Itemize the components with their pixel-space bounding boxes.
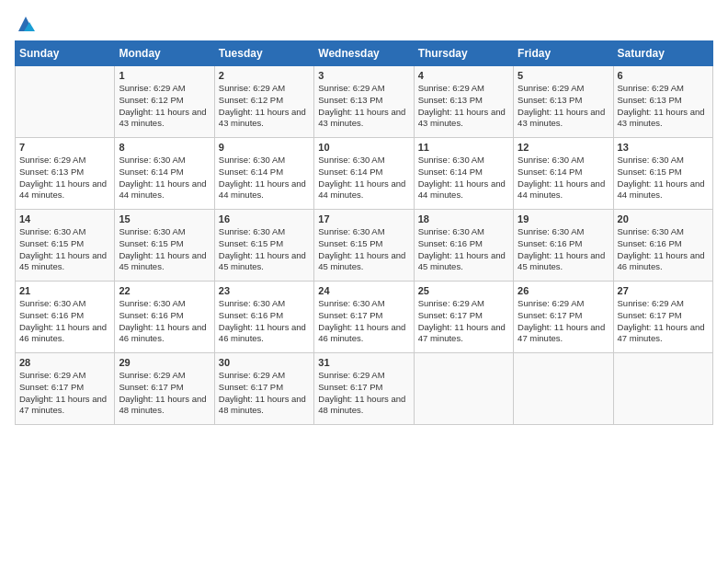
- calendar-cell: 7Sunrise: 6:29 AMSunset: 6:13 PMDaylight…: [16, 138, 115, 210]
- header-wednesday: Wednesday: [314, 41, 414, 66]
- day-number: 1: [119, 70, 210, 81]
- cell-info: Sunrise: 6:29 AMSunset: 6:17 PMDaylight:…: [119, 370, 210, 417]
- cell-info: Sunrise: 6:30 AMSunset: 6:15 PMDaylight:…: [318, 226, 409, 273]
- cell-info: Sunrise: 6:29 AMSunset: 6:13 PMDaylight:…: [618, 83, 709, 130]
- cell-info: Sunrise: 6:29 AMSunset: 6:17 PMDaylight:…: [418, 298, 509, 345]
- day-number: 27: [618, 285, 709, 296]
- calendar-cell: 25Sunrise: 6:29 AMSunset: 6:17 PMDayligh…: [414, 282, 513, 353]
- cell-info: Sunrise: 6:29 AMSunset: 6:13 PMDaylight:…: [518, 83, 609, 130]
- cell-info: Sunrise: 6:30 AMSunset: 6:14 PMDaylight:…: [518, 155, 609, 201]
- day-number: 29: [119, 357, 210, 368]
- cell-info: Sunrise: 6:30 AMSunset: 6:15 PMDaylight:…: [119, 226, 210, 273]
- cell-info: Sunrise: 6:30 AMSunset: 6:14 PMDaylight:…: [418, 155, 509, 201]
- day-number: 13: [618, 142, 709, 153]
- header-monday: Monday: [115, 41, 214, 66]
- cell-info: Sunrise: 6:30 AMSunset: 6:17 PMDaylight:…: [318, 298, 409, 345]
- cell-info: Sunrise: 6:30 AMSunset: 6:15 PMDaylight:…: [219, 226, 310, 273]
- calendar-cell: 6Sunrise: 6:29 AMSunset: 6:13 PMDaylight…: [613, 66, 712, 138]
- header-saturday: Saturday: [613, 41, 712, 66]
- cell-info: Sunrise: 6:29 AMSunset: 6:13 PMDaylight:…: [19, 155, 110, 201]
- day-number: 21: [19, 285, 110, 296]
- calendar-cell: 10Sunrise: 6:30 AMSunset: 6:14 PMDayligh…: [314, 138, 414, 210]
- calendar-cell: 3Sunrise: 6:29 AMSunset: 6:13 PMDaylight…: [314, 66, 414, 138]
- calendar-cell: 26Sunrise: 6:29 AMSunset: 6:17 PMDayligh…: [514, 282, 613, 353]
- calendar-cell: 18Sunrise: 6:30 AMSunset: 6:16 PMDayligh…: [414, 210, 513, 282]
- header-friday: Friday: [514, 41, 613, 66]
- day-number: 20: [618, 213, 709, 224]
- cell-info: Sunrise: 6:30 AMSunset: 6:16 PMDaylight:…: [219, 298, 310, 345]
- calendar-cell: 9Sunrise: 6:30 AMSunset: 6:14 PMDaylight…: [214, 138, 313, 210]
- day-number: 14: [19, 213, 110, 224]
- calendar-cell: 21Sunrise: 6:30 AMSunset: 6:16 PMDayligh…: [16, 282, 115, 353]
- cell-info: Sunrise: 6:30 AMSunset: 6:16 PMDaylight:…: [19, 298, 110, 345]
- day-number: 5: [518, 70, 609, 81]
- day-number: 30: [219, 357, 310, 368]
- day-number: 6: [618, 70, 709, 81]
- cell-info: Sunrise: 6:30 AMSunset: 6:16 PMDaylight:…: [119, 298, 210, 345]
- calendar-cell: [414, 353, 513, 425]
- calendar-cell: 31Sunrise: 6:29 AMSunset: 6:17 PMDayligh…: [314, 353, 414, 425]
- day-number: 11: [418, 142, 509, 153]
- day-number: 2: [219, 70, 310, 81]
- cell-info: Sunrise: 6:30 AMSunset: 6:14 PMDaylight:…: [318, 155, 409, 201]
- calendar-cell: 16Sunrise: 6:30 AMSunset: 6:15 PMDayligh…: [214, 210, 313, 282]
- day-number: 18: [418, 213, 509, 224]
- day-number: 23: [219, 285, 310, 296]
- day-number: 19: [518, 213, 609, 224]
- cell-info: Sunrise: 6:29 AMSunset: 6:13 PMDaylight:…: [418, 83, 509, 130]
- calendar-cell: [514, 353, 613, 425]
- cell-info: Sunrise: 6:30 AMSunset: 6:16 PMDaylight:…: [418, 226, 509, 273]
- logo-icon: [17, 15, 35, 33]
- cell-info: Sunrise: 6:30 AMSunset: 6:15 PMDaylight:…: [19, 226, 110, 273]
- day-number: 4: [418, 70, 509, 81]
- day-number: 15: [119, 213, 210, 224]
- cell-info: Sunrise: 6:30 AMSunset: 6:14 PMDaylight:…: [219, 155, 310, 201]
- calendar-cell: 29Sunrise: 6:29 AMSunset: 6:17 PMDayligh…: [115, 353, 214, 425]
- cell-info: Sunrise: 6:29 AMSunset: 6:17 PMDaylight:…: [318, 370, 409, 417]
- cell-info: Sunrise: 6:29 AMSunset: 6:17 PMDaylight:…: [618, 298, 709, 345]
- cell-info: Sunrise: 6:29 AMSunset: 6:17 PMDaylight:…: [518, 298, 609, 345]
- day-number: 3: [318, 70, 409, 81]
- calendar-cell: 17Sunrise: 6:30 AMSunset: 6:15 PMDayligh…: [314, 210, 414, 282]
- day-number: 24: [318, 285, 409, 296]
- calendar-cell: 14Sunrise: 6:30 AMSunset: 6:15 PMDayligh…: [16, 210, 115, 282]
- day-number: 7: [19, 142, 110, 153]
- calendar-cell: 27Sunrise: 6:29 AMSunset: 6:17 PMDayligh…: [613, 282, 712, 353]
- calendar-cell: [16, 66, 115, 138]
- day-number: 8: [119, 142, 210, 153]
- cell-info: Sunrise: 6:29 AMSunset: 6:13 PMDaylight:…: [318, 83, 409, 130]
- cell-info: Sunrise: 6:29 AMSunset: 6:12 PMDaylight:…: [219, 83, 310, 130]
- calendar-cell: 13Sunrise: 6:30 AMSunset: 6:15 PMDayligh…: [613, 138, 712, 210]
- day-number: 17: [318, 213, 409, 224]
- cell-info: Sunrise: 6:30 AMSunset: 6:14 PMDaylight:…: [119, 155, 210, 201]
- calendar-cell: 1Sunrise: 6:29 AMSunset: 6:12 PMDaylight…: [115, 66, 214, 138]
- header-sunday: Sunday: [16, 41, 115, 66]
- cell-info: Sunrise: 6:30 AMSunset: 6:15 PMDaylight:…: [618, 155, 709, 201]
- calendar-cell: 30Sunrise: 6:29 AMSunset: 6:17 PMDayligh…: [214, 353, 313, 425]
- calendar-cell: 15Sunrise: 6:30 AMSunset: 6:15 PMDayligh…: [115, 210, 214, 282]
- cell-info: Sunrise: 6:29 AMSunset: 6:17 PMDaylight:…: [219, 370, 310, 417]
- calendar-cell: 11Sunrise: 6:30 AMSunset: 6:14 PMDayligh…: [414, 138, 513, 210]
- calendar-cell: 8Sunrise: 6:30 AMSunset: 6:14 PMDaylight…: [115, 138, 214, 210]
- calendar-cell: 12Sunrise: 6:30 AMSunset: 6:14 PMDayligh…: [514, 138, 613, 210]
- calendar-cell: 4Sunrise: 6:29 AMSunset: 6:13 PMDaylight…: [414, 66, 513, 138]
- day-number: 10: [318, 142, 409, 153]
- calendar-cell: 28Sunrise: 6:29 AMSunset: 6:17 PMDayligh…: [16, 353, 115, 425]
- calendar-cell: 20Sunrise: 6:30 AMSunset: 6:16 PMDayligh…: [613, 210, 712, 282]
- day-number: 16: [219, 213, 310, 224]
- cell-info: Sunrise: 6:29 AMSunset: 6:17 PMDaylight:…: [19, 370, 110, 417]
- cell-info: Sunrise: 6:29 AMSunset: 6:12 PMDaylight:…: [119, 83, 210, 130]
- cell-info: Sunrise: 6:30 AMSunset: 6:16 PMDaylight:…: [618, 226, 709, 273]
- calendar-cell: 22Sunrise: 6:30 AMSunset: 6:16 PMDayligh…: [115, 282, 214, 353]
- day-number: 22: [119, 285, 210, 296]
- calendar-cell: 24Sunrise: 6:30 AMSunset: 6:17 PMDayligh…: [314, 282, 414, 353]
- header-tuesday: Tuesday: [214, 41, 313, 66]
- calendar-cell: 23Sunrise: 6:30 AMSunset: 6:16 PMDayligh…: [214, 282, 313, 353]
- cell-info: Sunrise: 6:30 AMSunset: 6:16 PMDaylight:…: [518, 226, 609, 273]
- page-header: [15, 15, 713, 33]
- header-thursday: Thursday: [414, 41, 513, 66]
- calendar-cell: 19Sunrise: 6:30 AMSunset: 6:16 PMDayligh…: [514, 210, 613, 282]
- day-number: 28: [19, 357, 110, 368]
- day-number: 12: [518, 142, 609, 153]
- logo: [15, 15, 35, 33]
